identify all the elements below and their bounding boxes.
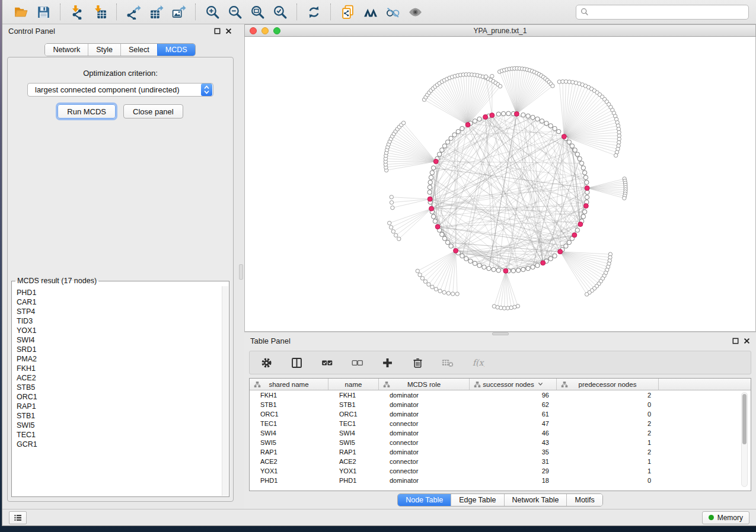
tab-node-table[interactable]: Node Table — [398, 494, 451, 506]
mcds-result-item[interactable]: GCR1 — [17, 440, 221, 449]
table-row[interactable]: ORC1ORC1dominator610 — [250, 409, 751, 419]
network-view-window: YPA_prune.txt_1 — [244, 24, 756, 332]
mcds-result-item[interactable]: SWI5 — [17, 421, 221, 430]
mcds-result-item[interactable]: ACE2 — [17, 373, 221, 383]
mcds-result-item[interactable]: RAP1 — [17, 402, 221, 411]
import-network-button[interactable] — [67, 2, 87, 21]
float-table-panel-icon[interactable] — [732, 338, 739, 344]
zoom-selected-button[interactable] — [270, 2, 290, 21]
mcds-result-item[interactable]: YOX1 — [17, 326, 221, 335]
mcds-result-item[interactable]: ORC1 — [17, 392, 221, 402]
optimization-criterion-label: Optimization criterion: — [8, 69, 233, 78]
close-panel-button[interactable]: Close panel — [123, 104, 183, 118]
column-header-label: successor nodes — [483, 381, 534, 388]
close-table-panel-icon[interactable] — [744, 338, 750, 344]
tab-network-table[interactable]: Network Table — [504, 494, 567, 506]
table-cell: STB1 — [250, 401, 328, 408]
network-graph[interactable] — [245, 37, 755, 331]
network-canvas[interactable] — [244, 37, 756, 332]
delete-columns-button[interactable] — [410, 355, 425, 370]
export-table-button[interactable] — [146, 2, 166, 21]
search-box[interactable] — [576, 5, 749, 20]
run-mcds-button[interactable]: Run MCDS — [58, 104, 116, 118]
mcds-result-item[interactable]: PMA2 — [17, 354, 221, 364]
mcds-result-item[interactable]: STB5 — [17, 383, 221, 392]
table-cell: SWI5 — [328, 439, 379, 446]
horizontal-splitter[interactable] — [492, 332, 509, 335]
table-row[interactable]: TEC1TEC1connector472 — [250, 419, 751, 428]
task-history-button[interactable] — [9, 511, 27, 524]
splitter-handle[interactable] — [239, 264, 243, 280]
export-image-button[interactable] — [168, 2, 189, 21]
zoom-out-button[interactable] — [225, 2, 245, 21]
mcds-result-item[interactable]: SRD1 — [17, 345, 221, 354]
create-column-button[interactable] — [380, 355, 394, 370]
table-options-button[interactable] — [259, 355, 273, 370]
import-table-button[interactable] — [90, 2, 110, 21]
search-input[interactable] — [592, 8, 744, 16]
mcds-result-item[interactable]: SWI4 — [17, 335, 221, 345]
zoom-in-button[interactable] — [202, 2, 222, 21]
tab-edge-table[interactable]: Edge Table — [451, 494, 503, 506]
table-row[interactable]: PHD1PHD1dominator180 — [250, 476, 751, 485]
mcds-result-item[interactable]: CAR1 — [17, 297, 221, 307]
table-scrollbar[interactable] — [741, 392, 748, 487]
column-header-mcds-role[interactable]: MCDS role — [379, 379, 470, 390]
mcds-result-item[interactable]: TID3 — [17, 316, 221, 326]
birds-eye-view-button[interactable] — [360, 2, 380, 21]
criterion-select[interactable]: largest connected component (undirected) — [27, 83, 213, 97]
close-panel-icon[interactable] — [225, 28, 232, 34]
column-header-predecessor-nodes[interactable]: predecessor nodes — [557, 379, 659, 390]
hide-graphics-details-button[interactable] — [382, 2, 403, 21]
table-row[interactable]: YOX1YOX1connector291 — [250, 466, 751, 476]
zoom-fit-button[interactable] — [247, 2, 267, 21]
table-row[interactable]: SWI4SWI4dominator462 — [250, 428, 751, 438]
table-cell: YOX1 — [250, 467, 328, 475]
shared-column-icon — [474, 381, 481, 388]
toolbar-separator — [195, 4, 196, 20]
save-session-button[interactable] — [33, 2, 53, 21]
table-cell: 2 — [557, 392, 659, 399]
clear-all-checkboxes-button[interactable] — [350, 355, 364, 370]
refresh-layout-button[interactable] — [304, 2, 324, 21]
control-panel-tabs: NetworkStyleSelectMCDS — [44, 43, 195, 56]
table-cell: connector — [379, 458, 470, 465]
tab-motifs[interactable]: Motifs — [566, 494, 602, 506]
mcds-result-item[interactable]: PHD1 — [17, 288, 221, 297]
mcds-result-item[interactable]: FKH1 — [17, 364, 221, 373]
main-toolbar-icons — [9, 0, 426, 24]
tab-style[interactable]: Style — [88, 44, 120, 56]
table-cell: 2 — [557, 420, 659, 427]
tab-network[interactable]: Network — [45, 44, 88, 56]
table-cell: dominator — [379, 411, 470, 418]
mcds-result-item[interactable]: TEC1 — [17, 430, 221, 440]
tab-mcds[interactable]: MCDS — [157, 44, 195, 56]
table-row[interactable]: ACE2ACE2connector311 — [250, 457, 751, 466]
float-panel-icon[interactable] — [214, 28, 221, 34]
table-cell: 0 — [557, 477, 659, 484]
column-header-shared-name[interactable]: shared name — [250, 379, 328, 390]
table-row[interactable]: FKH1FKH1dominator962 — [250, 390, 751, 400]
table-row[interactable]: SWI5SWI5connector431 — [250, 438, 751, 447]
table-cell: 1 — [557, 439, 659, 446]
export-network-button[interactable] — [123, 2, 143, 21]
table-cell: YOX1 — [328, 467, 379, 475]
mcds-result-item[interactable]: STB1 — [17, 411, 221, 421]
hide-graphics-details-icon — [385, 5, 400, 20]
column-header-successor-nodes[interactable]: successor nodes — [470, 379, 557, 390]
memory-button[interactable]: Memory — [702, 511, 749, 524]
select-all-checkboxes-button[interactable] — [320, 355, 334, 370]
mcds-result-scrollbar[interactable] — [222, 286, 228, 496]
table-row[interactable]: RAP1RAP1dominator352 — [250, 447, 751, 457]
vertical-splitter[interactable] — [238, 24, 244, 509]
column-visibility-button[interactable] — [289, 355, 304, 370]
table-scrollbar-thumb[interactable] — [742, 394, 747, 444]
table-row[interactable]: STB1STB1dominator620 — [250, 400, 751, 409]
tab-select[interactable]: Select — [120, 44, 157, 56]
mcds-result-item[interactable]: STP4 — [17, 307, 221, 316]
export-image-icon — [171, 5, 186, 20]
table-cell: ACE2 — [328, 458, 379, 465]
column-header-name[interactable]: name — [328, 379, 379, 390]
open-file-button[interactable] — [11, 2, 31, 21]
clone-network-button[interactable] — [337, 2, 358, 21]
